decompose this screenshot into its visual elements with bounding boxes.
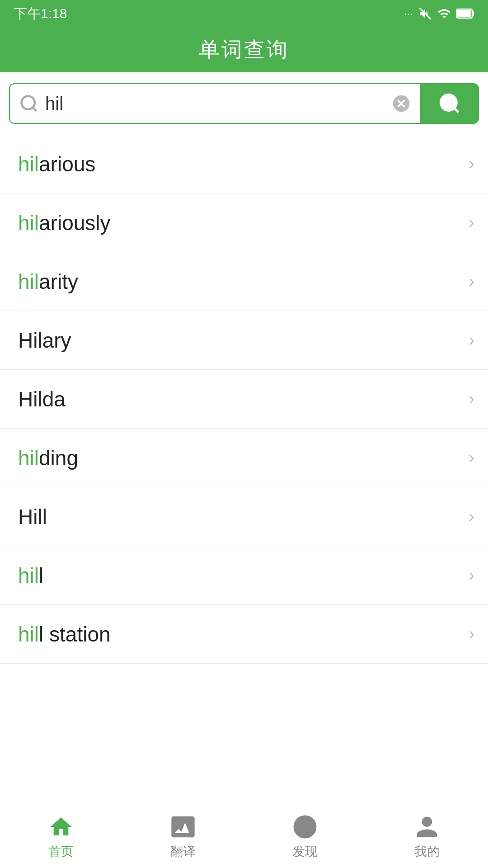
- nav-item-translate[interactable]: 翻译: [122, 813, 244, 860]
- nav-item-discover[interactable]: 发现: [244, 813, 366, 860]
- search-button[interactable]: [420, 83, 479, 124]
- chevron-icon: ›: [469, 507, 474, 526]
- chevron-icon: ›: [469, 566, 474, 585]
- chevron-icon: ›: [469, 624, 474, 644]
- nav-label-discover: 发现: [292, 843, 318, 860]
- search-input[interactable]: [45, 94, 391, 114]
- svg-line-10: [454, 108, 458, 112]
- status-icons: ···: [404, 7, 474, 20]
- result-list: hilarious › hilariously › hilarity › Hil…: [0, 135, 488, 664]
- nav-label-home: 首页: [48, 843, 74, 860]
- svg-rect-3: [457, 10, 471, 18]
- home-icon: [47, 813, 75, 840]
- chevron-icon: ›: [469, 389, 474, 409]
- svg-rect-2: [472, 11, 474, 16]
- result-item-hill-station[interactable]: hill station ›: [0, 605, 488, 664]
- battery-icon: [456, 7, 474, 20]
- wifi-icon: [437, 7, 451, 20]
- nav-label-translate: 翻译: [170, 843, 196, 860]
- nav-label-profile: 我的: [414, 843, 440, 860]
- result-word: hilding: [18, 446, 78, 470]
- bottom-nav: 首页 翻译 发现 我的: [0, 805, 488, 868]
- result-item-hilding[interactable]: hilding ›: [0, 429, 488, 487]
- result-item-hilarity[interactable]: hilarity ›: [0, 252, 488, 311]
- signal-icon: ···: [404, 7, 413, 20]
- chevron-icon: ›: [469, 154, 474, 174]
- svg-line-5: [33, 108, 37, 111]
- result-item-hilda[interactable]: Hilda ›: [0, 370, 488, 429]
- result-word: Hilary: [18, 328, 71, 353]
- result-item-hilariously[interactable]: hilariously ›: [0, 193, 488, 252]
- nav-item-home[interactable]: 首页: [0, 813, 122, 860]
- svg-point-4: [22, 96, 35, 109]
- clear-button[interactable]: [391, 94, 411, 113]
- status-bar: 下午1:18 ···: [0, 0, 488, 27]
- result-item-Hill[interactable]: Hill ›: [0, 487, 488, 546]
- svg-point-12: [302, 824, 308, 830]
- mute-icon: [418, 7, 432, 20]
- result-word: Hilda: [18, 387, 66, 411]
- result-item-hilarious[interactable]: hilarious ›: [0, 135, 488, 193]
- search-box: [9, 83, 420, 124]
- nav-item-profile[interactable]: 我的: [366, 813, 488, 860]
- translate-icon: [169, 813, 197, 840]
- result-word: Hill: [18, 505, 47, 529]
- result-item-hill[interactable]: hill ›: [0, 546, 488, 605]
- page-title: 单词查询: [199, 36, 289, 64]
- result-word: hilariously: [18, 211, 111, 235]
- chevron-icon: ›: [469, 272, 474, 291]
- search-left-icon: [19, 94, 39, 113]
- result-word: hilarity: [18, 269, 78, 294]
- discover-icon: [291, 813, 319, 840]
- app-header: 单词查询: [0, 27, 488, 72]
- result-word: hill: [18, 563, 43, 588]
- chevron-icon: ›: [469, 213, 474, 232]
- chevron-icon: ›: [469, 448, 474, 467]
- status-time: 下午1:18: [14, 5, 67, 23]
- result-word: hill station: [18, 622, 111, 646]
- profile-icon: [413, 813, 441, 840]
- search-container: [0, 72, 488, 135]
- result-item-hilary[interactable]: Hilary ›: [0, 311, 488, 370]
- svg-point-9: [441, 95, 457, 111]
- result-word: hilarious: [18, 152, 95, 176]
- chevron-icon: ›: [469, 330, 474, 350]
